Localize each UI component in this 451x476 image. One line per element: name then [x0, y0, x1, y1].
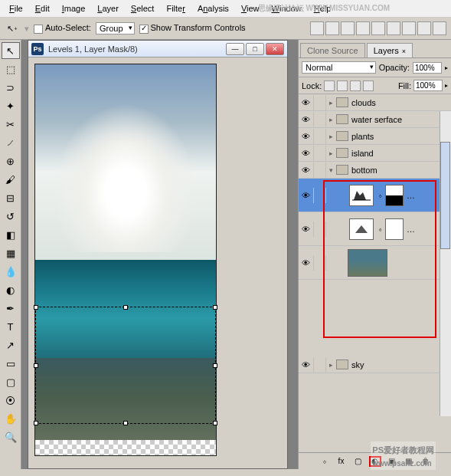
- marquee-tool[interactable]: ⬚: [2, 61, 20, 77]
- folder-icon: [336, 97, 348, 107]
- eraser-tool[interactable]: ◧: [2, 226, 20, 243]
- menu-file[interactable]: FFileile: [3, 2, 29, 15]
- align-icon[interactable]: [341, 21, 355, 35]
- menu-image[interactable]: Image: [56, 2, 92, 15]
- minimize-button[interactable]: —: [226, 43, 244, 55]
- align-icon[interactable]: [356, 21, 370, 35]
- opacity-input[interactable]: 100%: [413, 62, 442, 74]
- document-window: Ps Levels 1, Layer Mask/8) — □ ✕: [28, 40, 288, 469]
- menu-analysis[interactable]: Analysis: [191, 2, 235, 15]
- lock-row: Lock: Fill: 100% ▸: [299, 77, 451, 94]
- auto-select-mode[interactable]: Group: [96, 22, 135, 34]
- visibility-icon[interactable]: 👁: [299, 357, 314, 373]
- align-icon[interactable]: [433, 21, 446, 35]
- align-icon[interactable]: [402, 21, 416, 35]
- panel-tabs: Clone Source Layers×: [299, 40, 451, 58]
- blur-tool[interactable]: 💧: [2, 263, 20, 280]
- scroll-thumb[interactable]: [440, 142, 450, 249]
- layer-plants[interactable]: 👁 ▸plants: [299, 128, 451, 145]
- align-icon[interactable]: [325, 21, 339, 35]
- align-icon[interactable]: [387, 21, 400, 35]
- move-tool[interactable]: ↖: [2, 42, 20, 59]
- pen-tool[interactable]: ✒: [2, 300, 20, 317]
- menu-select[interactable]: Select: [125, 2, 161, 15]
- align-icon[interactable]: [417, 21, 431, 35]
- show-transform-check[interactable]: Show Transform Controls: [139, 23, 246, 33]
- opacity-arrow-icon[interactable]: ▸: [445, 64, 448, 71]
- mask-icon[interactable]: ▢: [352, 456, 364, 467]
- notes-tool[interactable]: ▢: [2, 373, 20, 390]
- eyedrop-tool[interactable]: ⦿: [2, 392, 20, 409]
- align-icon[interactable]: [371, 21, 385, 35]
- layer-bottom[interactable]: 👁 ▾bottom: [299, 162, 451, 179]
- folder-icon: [336, 131, 348, 141]
- lock-label: Lock:: [302, 81, 322, 90]
- dodge-tool[interactable]: ◐: [2, 281, 20, 298]
- visibility-icon[interactable]: 👁: [299, 129, 314, 144]
- blend-row: Normal Opacity: 100% ▸: [299, 58, 451, 77]
- align-icon[interactable]: [310, 21, 324, 35]
- layer-clouds[interactable]: 👁 ▸clouds: [299, 94, 451, 111]
- layer-sky[interactable]: 👁 ▸sky: [299, 356, 451, 373]
- tab-clone-source[interactable]: Clone Source: [300, 43, 365, 57]
- fill-arrow-icon[interactable]: ▸: [445, 82, 448, 89]
- visibility-icon[interactable]: 👁: [299, 112, 314, 127]
- visibility-icon[interactable]: 👁: [299, 95, 314, 110]
- options-bar: ↖+ ▾ Auto-Select: Group Show Transform C…: [0, 18, 451, 40]
- auto-select-check[interactable]: Auto-Select:: [34, 23, 91, 33]
- lock-move-icon[interactable]: [350, 80, 361, 91]
- hand-tool[interactable]: ✋: [2, 410, 20, 427]
- close-button[interactable]: ✕: [266, 43, 284, 55]
- visibility-icon[interactable]: 👁: [299, 146, 314, 161]
- watermark-top: 思缘设计论坛 WWW.MISSYUAN.COM: [258, 3, 390, 14]
- link-layers-icon[interactable]: ⬨: [319, 456, 331, 467]
- visibility-icon[interactable]: 👁: [299, 255, 314, 271]
- title-bar[interactable]: Ps Levels 1, Layer Mask/8) — □ ✕: [28, 41, 287, 57]
- transform-bounds[interactable]: [35, 307, 216, 424]
- path-tool[interactable]: ↗: [2, 336, 20, 353]
- visibility-icon[interactable]: 👁: [299, 162, 314, 178]
- menu-layer[interactable]: Layer: [91, 2, 125, 15]
- fill-label: Fill:: [398, 81, 411, 90]
- wand-tool[interactable]: ✦: [2, 97, 20, 114]
- maximize-button[interactable]: □: [246, 43, 264, 55]
- gradient-tool[interactable]: ▦: [2, 245, 20, 261]
- type-tool[interactable]: T: [2, 318, 20, 335]
- layer-water[interactable]: 👁 ▸water serface: [299, 111, 451, 128]
- zoom-tool[interactable]: 🔍: [2, 428, 20, 445]
- close-tab-icon[interactable]: ×: [402, 48, 406, 55]
- lasso-tool[interactable]: ⊃: [2, 79, 20, 96]
- layer-island[interactable]: 👁 ▸island: [299, 145, 451, 162]
- folder-icon: [336, 359, 348, 369]
- highlight-box: [323, 180, 436, 338]
- crop-tool[interactable]: ✂: [2, 116, 20, 133]
- blend-mode-select[interactable]: Normal: [302, 61, 376, 74]
- fx-icon[interactable]: fx: [335, 456, 348, 467]
- shape-tool[interactable]: ▭: [2, 355, 20, 372]
- canvas[interactable]: [34, 64, 217, 456]
- ps-icon: Ps: [31, 43, 44, 55]
- heal-tool[interactable]: ⊕: [2, 153, 20, 169]
- document-area: Ps Levels 1, Layer Mask/8) — □ ✕: [21, 40, 298, 469]
- folder-icon: [336, 114, 348, 124]
- doc-title: Levels 1, Layer Mask/8): [48, 44, 226, 54]
- fill-input[interactable]: 100%: [413, 80, 443, 91]
- brush-tool[interactable]: 🖌: [2, 171, 20, 188]
- menu-filter[interactable]: Filter: [160, 2, 191, 15]
- lock-paint-icon[interactable]: [337, 80, 348, 91]
- opacity-label: Opacity:: [379, 63, 410, 72]
- history-tool[interactable]: ↺: [2, 208, 20, 225]
- visibility-icon[interactable]: 👁: [299, 188, 314, 203]
- lock-pixels-icon[interactable]: [324, 80, 335, 91]
- menu-edit[interactable]: Edit: [29, 2, 56, 15]
- stamp-tool[interactable]: ⊟: [2, 189, 20, 206]
- folder-icon: [336, 165, 348, 175]
- scrollbar[interactable]: [440, 111, 451, 416]
- folder-icon: [336, 148, 348, 158]
- visibility-icon[interactable]: 👁: [299, 222, 314, 237]
- slice-tool[interactable]: ⟋: [2, 134, 20, 151]
- layer-list: 👁 ▸clouds 👁 ▸water serface 👁 ▸plants 👁 ▸…: [299, 94, 451, 416]
- tab-layers[interactable]: Layers×: [367, 43, 413, 57]
- lock-all-icon[interactable]: [363, 80, 374, 91]
- align-icons: [310, 21, 446, 35]
